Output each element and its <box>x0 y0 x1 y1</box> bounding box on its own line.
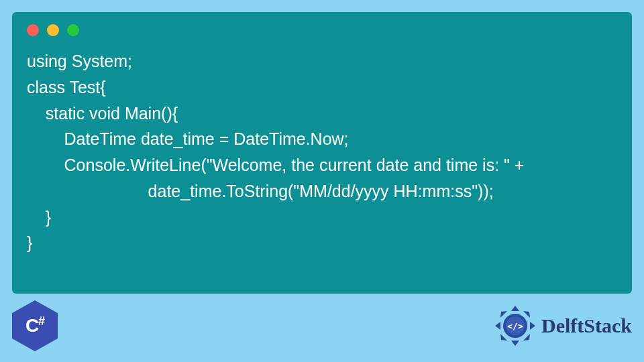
maximize-icon <box>67 24 79 36</box>
csharp-badge: C# <box>12 300 58 351</box>
footer: C# </> <box>12 299 632 353</box>
svg-marker-2 <box>530 322 535 330</box>
close-icon <box>27 24 39 36</box>
code-line: } <box>27 233 32 252</box>
svg-text:</>: </> <box>507 321 523 331</box>
svg-marker-6 <box>495 322 500 330</box>
code-line: using System; <box>27 52 132 70</box>
code-line: class Test{ <box>27 78 106 97</box>
code-line: DateTime date_time = DateTime.Now; <box>27 129 349 148</box>
window-controls <box>27 24 617 36</box>
svg-marker-0 <box>511 306 519 311</box>
badge-c: C <box>25 316 38 337</box>
minimize-icon <box>47 24 59 36</box>
svg-marker-1 <box>523 311 530 318</box>
svg-marker-4 <box>511 341 519 346</box>
brand-logo: </> DelftStack <box>493 304 632 348</box>
code-line: } <box>27 208 51 227</box>
svg-marker-3 <box>523 334 530 341</box>
code-line: Console.WriteLine("Welcome, the current … <box>27 156 524 174</box>
code-line: static void Main(){ <box>27 104 178 123</box>
badge-text: C# <box>25 314 44 337</box>
hexagon-icon: C# <box>12 300 58 351</box>
svg-marker-7 <box>500 311 507 318</box>
svg-marker-5 <box>500 334 507 341</box>
brand-name: DelftStack <box>541 314 632 337</box>
badge-hash: # <box>38 314 44 328</box>
code-window: using System; class Test{ static void Ma… <box>12 12 632 294</box>
delftstack-icon: </> <box>493 304 537 348</box>
code-block: using System; class Test{ static void Ma… <box>27 48 617 256</box>
code-line: date_time.ToString("MM/dd/yyyy HH:mm:ss"… <box>27 182 494 200</box>
